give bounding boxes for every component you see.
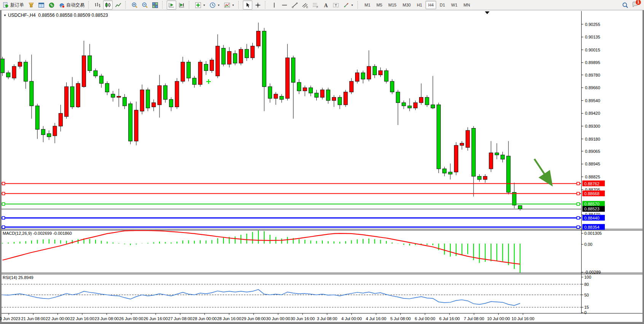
trendline-button[interactable] xyxy=(290,0,300,10)
candle xyxy=(402,103,406,106)
candle xyxy=(41,129,45,135)
candle xyxy=(94,71,97,76)
svg-text:22 Jun 16:00: 22 Jun 16:00 xyxy=(70,316,94,321)
candle xyxy=(204,64,208,71)
svg-text:0.90255: 0.90255 xyxy=(585,22,600,27)
auto-scroll-button[interactable] xyxy=(167,0,176,10)
cursor-button[interactable] xyxy=(243,0,252,10)
search-icon[interactable] xyxy=(622,2,628,8)
candle xyxy=(454,145,458,172)
timeframe-button-M15[interactable]: M15 xyxy=(386,1,399,9)
candle xyxy=(140,90,144,111)
text-button[interactable]: A xyxy=(321,0,330,10)
indicators-button[interactable]: ▼ xyxy=(193,0,207,10)
horizontal-line-button[interactable] xyxy=(280,0,289,10)
cursor-icon xyxy=(244,2,251,8)
svg-text:0.89065: 0.89065 xyxy=(585,149,600,154)
symbol-dropdown-icon[interactable]: ▼ xyxy=(3,14,6,17)
line-handle[interactable] xyxy=(577,182,580,185)
candle xyxy=(169,99,173,107)
zoomin-icon xyxy=(131,2,138,8)
timeframe-button-M30[interactable]: M30 xyxy=(400,1,413,9)
auto-trading-button[interactable]: 自动交易 xyxy=(57,0,86,10)
svg-text:0.90015: 0.90015 xyxy=(585,48,600,52)
chart-shift-button[interactable] xyxy=(177,0,187,10)
line-handle[interactable] xyxy=(577,226,580,228)
vertical-line-button[interactable] xyxy=(269,0,279,10)
notifications-button[interactable]: 1 xyxy=(632,1,639,9)
candle xyxy=(367,66,371,79)
line-handle[interactable] xyxy=(577,217,580,219)
svg-text:0.88825: 0.88825 xyxy=(585,175,600,179)
candle xyxy=(105,83,109,92)
zoom-out-button[interactable] xyxy=(140,0,150,10)
timeframe-button-M1[interactable]: M1 xyxy=(362,1,373,9)
candle xyxy=(460,143,464,146)
line-handle[interactable] xyxy=(2,192,5,195)
line-chart-button[interactable] xyxy=(113,0,123,10)
templates-button[interactable]: ▼ xyxy=(222,0,236,10)
svg-text:26 Jun 00:00: 26 Jun 00:00 xyxy=(119,316,143,321)
line-handle[interactable] xyxy=(2,217,5,219)
svg-text:F: F xyxy=(317,5,318,8)
line-handle[interactable] xyxy=(577,203,580,205)
equidistant-channel-button[interactable]: E xyxy=(300,0,310,10)
chart-ohlc-values: 0.88556 0.88558 0.88509 0.88523 xyxy=(38,13,108,18)
auto-trading-button-label: 自动交易 xyxy=(66,2,84,8)
timeframe-button-D1[interactable]: D1 xyxy=(437,1,448,9)
toolbar-separator xyxy=(357,1,360,9)
fibonacci-button[interactable]: F xyxy=(311,0,320,10)
candle xyxy=(227,51,231,64)
profile-button[interactable] xyxy=(26,0,36,10)
periods-button[interactable]: ▼ xyxy=(208,0,222,10)
line-handle[interactable] xyxy=(2,203,5,205)
timeframe-button-M5[interactable]: M5 xyxy=(374,1,385,9)
candle xyxy=(99,76,103,83)
toolbar-separator xyxy=(125,1,128,9)
candle xyxy=(384,71,388,81)
toolbar-right-group: 1 xyxy=(622,1,644,9)
toolbar-separator xyxy=(238,1,241,9)
svg-text:T: T xyxy=(335,3,337,7)
svg-text:0.88523: 0.88523 xyxy=(584,207,599,211)
funnel-icon xyxy=(28,2,34,8)
new-order-button[interactable]: 新订单 xyxy=(1,0,26,10)
candle xyxy=(379,71,383,75)
signals-button[interactable] xyxy=(47,0,56,10)
label-button[interactable]: T xyxy=(331,0,341,10)
tiles-icon xyxy=(152,2,158,8)
svg-text:4 Jul 00:00: 4 Jul 00:00 xyxy=(341,316,362,321)
line-handle[interactable] xyxy=(577,192,580,195)
market-watch-button[interactable] xyxy=(37,0,46,10)
arrows-button[interactable]: ▼ xyxy=(341,0,355,10)
candle xyxy=(257,31,260,46)
line-handle[interactable] xyxy=(2,226,5,228)
candle xyxy=(425,97,429,105)
toolbar-separator xyxy=(162,1,165,9)
svg-text:0.89895: 0.89895 xyxy=(585,60,600,65)
bars-icon xyxy=(94,2,101,8)
candle xyxy=(70,87,74,107)
candle xyxy=(483,176,487,180)
candle xyxy=(59,113,62,126)
bar-chart-button[interactable] xyxy=(93,0,102,10)
timeframe-button-MN[interactable]: MN xyxy=(461,1,473,9)
price-chart[interactable]: 0.902550.901350.900150.898950.897800.896… xyxy=(0,10,644,324)
tile-windows-button[interactable] xyxy=(150,0,160,10)
chart-window[interactable]: 0.902550.901350.900150.898950.897800.896… xyxy=(0,10,644,324)
channel-icon: E xyxy=(302,2,308,8)
candle xyxy=(518,205,522,209)
candle xyxy=(216,46,220,76)
timeframe-button-H1[interactable]: H1 xyxy=(414,1,425,9)
zoom-in-button[interactable] xyxy=(130,0,139,10)
svg-text:0.89300: 0.89300 xyxy=(585,124,600,128)
candlestick-chart-button[interactable] xyxy=(103,0,113,10)
timeframe-button-H4[interactable]: H4 xyxy=(426,1,436,9)
candle xyxy=(117,96,121,98)
timeframe-button-W1[interactable]: W1 xyxy=(448,1,460,9)
crosshair-button[interactable] xyxy=(253,0,263,10)
candle xyxy=(146,90,150,108)
line-handle[interactable] xyxy=(2,182,5,185)
candle xyxy=(332,97,336,100)
candle xyxy=(413,103,417,108)
